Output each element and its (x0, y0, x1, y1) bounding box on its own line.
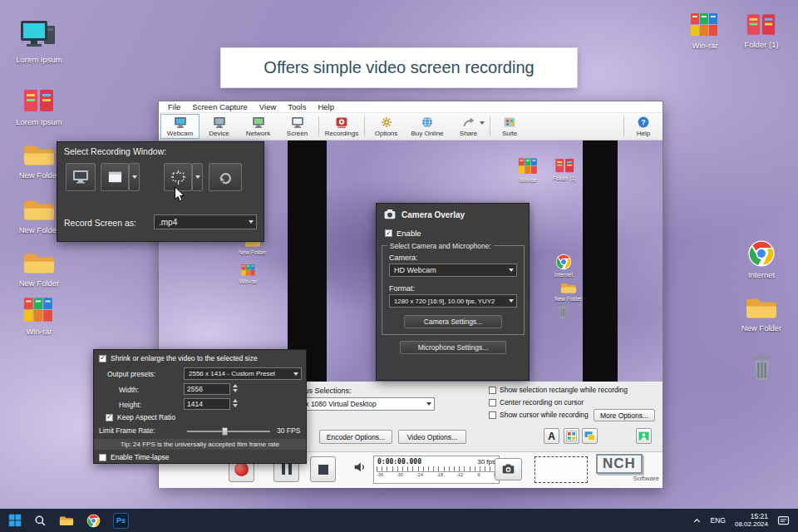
checkbox-show-cursor[interactable]: Show cursor while recording (489, 411, 589, 419)
notification-center-icon[interactable] (777, 515, 790, 527)
desktop-icon-computer[interactable]: Lorem Ipsum (12, 19, 66, 65)
language-indicator[interactable]: ENG (711, 516, 726, 525)
desktop-icon-winrar-right[interactable]: Win-rar (678, 12, 732, 51)
menu-file[interactable]: File (162, 102, 186, 111)
menu-tools[interactable]: Tools (282, 102, 312, 111)
dropdown-caret-icon (195, 175, 200, 179)
checkbox-center-recording[interactable]: Center recording on cursor (489, 398, 584, 406)
desktop-icon-new-folder-3[interactable]: New Folder (12, 250, 66, 288)
selection-region-preview[interactable] (534, 456, 588, 483)
tray-expand-icon[interactable] (692, 516, 702, 525)
search-icon[interactable] (34, 515, 47, 527)
checkbox-box[interactable] (99, 454, 106, 461)
toolbar-screen[interactable]: Screen (278, 114, 317, 139)
snapshot-button[interactable] (495, 458, 522, 480)
file-explorer-icon[interactable] (59, 515, 74, 527)
folder-icon (22, 250, 56, 276)
desktop-icon-lorem-archive[interactable]: Lorem Ipsum (12, 86, 66, 127)
toolbar-label: Options (375, 130, 398, 137)
dropdown-caret-icon (509, 268, 514, 272)
picture-overlay-tool[interactable] (582, 428, 598, 444)
color-overlay-tool[interactable] (564, 428, 579, 444)
toolbar-label: Webcam (167, 130, 193, 137)
toolbar-webcam[interactable]: Webcam (160, 114, 200, 139)
start-button-icon[interactable] (8, 514, 22, 527)
toolbar-buy-online[interactable]: Buy Online (406, 114, 449, 139)
taskbar-left (8, 513, 129, 529)
slider-handle[interactable] (222, 427, 228, 436)
menu-screen-capture[interactable]: Screen Capture (186, 102, 254, 111)
checkbox-box[interactable] (489, 411, 496, 419)
pillarbox-bar-left (288, 140, 327, 382)
desktop-icon-new-folder-right[interactable]: New Folder (735, 295, 788, 333)
record-window-button[interactable] (101, 163, 129, 191)
record-region-dropdown[interactable] (192, 163, 203, 191)
screen-icon (291, 116, 304, 129)
video-options-button[interactable]: Video Options... (398, 430, 466, 444)
camera-settings-button[interactable]: Camera Settings... (404, 315, 502, 328)
speaker-icon[interactable] (353, 461, 367, 474)
format-dropdown[interactable]: .mp4 (154, 214, 257, 229)
clock[interactable]: 15:21 08.02.2024 (735, 512, 768, 530)
checkbox-box[interactable] (385, 229, 392, 237)
menu-view[interactable]: View (254, 102, 282, 111)
stop-button[interactable] (310, 456, 336, 482)
desktop-icon-recycle-bin[interactable] (740, 354, 783, 382)
checkbox-box[interactable] (106, 414, 113, 421)
green-screen-tool[interactable] (636, 428, 652, 444)
record-fullscreen-button[interactable] (66, 163, 96, 191)
toolbar-label: Network (246, 130, 270, 137)
checkbox-show-selection-rectangle[interactable]: Show selection rectangle while recording (489, 386, 628, 394)
toolbar-device[interactable]: Device (200, 114, 239, 139)
camera-icon (383, 208, 397, 221)
toolbar-label: Screen (287, 130, 308, 137)
toolbar-recordings[interactable]: Recordings (321, 114, 362, 139)
toolbar-share[interactable]: Share (449, 114, 488, 139)
encoder-options-button[interactable]: Encoder Options... (319, 430, 392, 444)
chrome-icon[interactable] (86, 514, 101, 528)
shrink-checkbox-row[interactable]: Shrink or enlarge the video to the selec… (99, 354, 258, 362)
width-input[interactable]: 2556 (184, 383, 230, 395)
folder-icon (745, 295, 778, 321)
menu-help[interactable]: Help (312, 102, 340, 111)
checkbox-box[interactable] (489, 387, 496, 394)
height-input[interactable]: 1414 (184, 398, 230, 410)
desktop-icon-label: Lorem Ipsum (16, 118, 62, 127)
text-overlay-tool[interactable]: A (544, 428, 559, 444)
toolbar-label: Buy Online (411, 130, 443, 137)
height-spinner[interactable] (233, 399, 238, 407)
desktop-icon-label: New Folder (741, 324, 782, 333)
groupbox-legend: Select Camera and Microphone: (387, 242, 494, 250)
timelapse-checkbox-row[interactable]: Enable Time-lapse (99, 453, 169, 461)
record-window-dropdown[interactable] (129, 163, 140, 191)
toolbar-help[interactable]: Help (626, 114, 661, 139)
width-spinner[interactable] (233, 384, 238, 392)
frame-rate-slider[interactable] (187, 431, 270, 432)
microphone-settings-button[interactable]: Microphone Settings... (400, 341, 506, 354)
nch-logo-subtext: Software (596, 475, 661, 482)
camera-format-dropdown[interactable]: 1280 x 720 [16:9], 10.00 fps, YUY2 (389, 294, 517, 308)
desktop-icon-internet[interactable]: Internet (735, 239, 788, 280)
toolbar-suite[interactable]: Suite (492, 114, 527, 139)
share-dropdown-caret[interactable] (480, 121, 485, 125)
toolbar-options[interactable]: Options (367, 114, 406, 139)
desktop-icon-winrar[interactable]: Win-rar (12, 296, 66, 337)
desktop-icon-folder-1[interactable]: Folder (1) (735, 12, 788, 50)
repeat-last-selection-button[interactable] (209, 163, 242, 191)
output-preset-dropdown[interactable]: 2556 x 1414 - Custom Preset (184, 367, 302, 380)
desktop-icon-label: New Folder (19, 226, 60, 235)
folder-icon (22, 197, 56, 223)
photoshop-icon[interactable] (113, 513, 129, 529)
keep-aspect-checkbox-row[interactable]: Keep Aspect Ratio (106, 413, 175, 421)
fps-tip: Tip: 24 FPS is the universally accepted … (94, 439, 306, 450)
preview-internet: Internet (554, 254, 573, 278)
enable-checkbox-row[interactable]: Enable (385, 229, 421, 238)
checkbox-box[interactable] (99, 355, 106, 362)
format-value: .mp4 (159, 218, 177, 227)
desktop-icon-label: Folder (1) (744, 41, 778, 50)
camera-dropdown[interactable]: HD Webcam (389, 264, 517, 277)
checkbox-box[interactable] (489, 399, 496, 406)
more-options-button[interactable]: More Options... (594, 409, 655, 421)
record-dot-icon (234, 462, 249, 476)
toolbar-network[interactable]: Network (239, 114, 278, 139)
